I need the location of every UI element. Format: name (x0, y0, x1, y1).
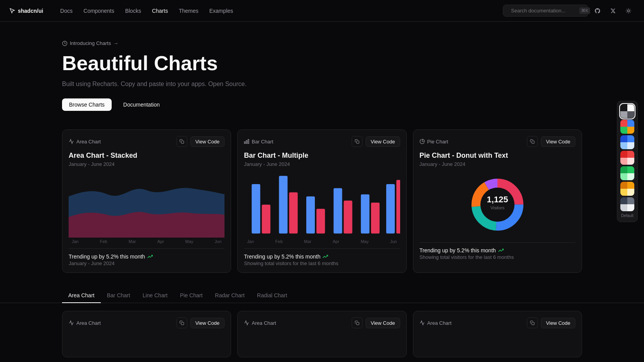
bar-chart-label-text: Bar Chart (252, 139, 273, 145)
search-kbd: ⌘K (579, 7, 590, 14)
bottom-chart-actions-1: View Code (176, 317, 225, 328)
bottom-copy-btn-3[interactable] (527, 317, 538, 328)
pie-chart-actions: View Code (527, 136, 575, 147)
nav-themes[interactable]: Themes (174, 5, 203, 16)
trend-up-icon (147, 254, 153, 259)
documentation-button[interactable]: Documentation (116, 98, 167, 111)
github-icon-btn[interactable] (591, 5, 604, 17)
tab-area-chart[interactable]: Area Chart (62, 288, 101, 303)
svg-rect-14 (334, 188, 342, 234)
theme-swatch-colorful[interactable] (620, 120, 634, 134)
theme-toggle-btn[interactable] (622, 5, 635, 17)
github-icon (594, 8, 601, 14)
svg-rect-4 (248, 140, 249, 144)
x-label-jun: Jun (215, 239, 222, 244)
search-input[interactable] (511, 8, 576, 14)
area-chart-title: Area Chart - Stacked (69, 152, 224, 160)
bar-chart-trend: Trending up by 5.2% this month (244, 253, 400, 260)
bottom-chart-label-2: Area Chart (244, 320, 276, 326)
theme-swatch-gray[interactable] (620, 197, 634, 211)
tab-bar-chart[interactable]: Bar Chart (101, 288, 136, 303)
bottom-chart-card-2: Area Chart View Code (237, 311, 406, 357)
nav-components[interactable]: Components (79, 5, 119, 16)
hero-badge-arrow: → (113, 40, 118, 46)
theme-swatch-red[interactable] (620, 151, 634, 165)
hero-subtitle: Built using Recharts. Copy and paste int… (62, 81, 582, 88)
x-label-feb: Feb (100, 239, 107, 244)
svg-point-27 (480, 188, 515, 222)
theme-swatch-blue[interactable] (620, 135, 634, 149)
trend-up-icon-2 (323, 254, 328, 259)
clock-icon (62, 41, 67, 46)
x-label-may: May (185, 239, 193, 244)
area-icon-2 (244, 320, 249, 326)
bottom-view-code-btn-1[interactable]: View Code (190, 318, 225, 328)
hero-section: Introducing Charts → Beautiful Charts Bu… (0, 22, 644, 123)
svg-rect-18 (386, 184, 395, 234)
area-chart-icon (69, 139, 74, 144)
theme-swatch-orange[interactable] (620, 182, 634, 196)
pie-chart-card: Pie Chart View Code Pie Chart - Donut wi… (413, 129, 582, 273)
area-chart-actions: View Code (176, 136, 225, 147)
bar-chart-range: Showing total visitors for the last 6 mo… (244, 260, 400, 266)
pie-chart-view-code-btn[interactable]: View Code (541, 136, 575, 147)
bottom-view-code-btn-3[interactable]: View Code (541, 318, 575, 328)
area-chart-view-code-btn[interactable]: View Code (190, 136, 225, 147)
pie-chart-footer: Trending up by 5.2% this month Showing t… (420, 242, 575, 260)
svg-rect-32 (532, 322, 535, 325)
browse-charts-button[interactable]: Browse Charts (62, 98, 112, 111)
svg-rect-5 (246, 141, 247, 144)
trend-up-icon-3 (498, 248, 504, 253)
area-icon-3 (420, 320, 425, 326)
nav-examples[interactable]: Examples (205, 5, 238, 16)
navbar: shadcn/ui Docs Components Blocks Charts … (0, 0, 644, 22)
hero-badge: Introducing Charts → (62, 40, 118, 46)
bottom-chart-actions-3: View Code (527, 317, 575, 328)
bar-chart-label: Bar Chart (244, 139, 273, 145)
copy-icon-b1 (180, 321, 184, 325)
twitter-icon-btn[interactable] (607, 5, 619, 17)
bar-chart-period: January - June 2024 (244, 161, 400, 167)
bottom-charts: Area Chart View Code Area Chart (0, 303, 644, 362)
theme-swatch-green[interactable] (620, 166, 634, 180)
svg-rect-13 (316, 209, 325, 234)
bottom-chart-label-3: Area Chart (420, 320, 452, 326)
bottom-chart-header-1: Area Chart View Code (69, 317, 224, 328)
x-label-jan: Jan (72, 239, 79, 244)
svg-rect-9 (262, 205, 271, 233)
bar-chart-visual (244, 172, 400, 238)
bottom-chart-header-3: Area Chart View Code (420, 317, 575, 328)
bar-chart-view-code-btn[interactable]: View Code (366, 136, 400, 147)
pie-chart-label: Pie Chart (420, 139, 448, 145)
nav-docs[interactable]: Docs (55, 5, 77, 16)
nav-right: ⌘K (503, 5, 635, 17)
nav-links: Docs Components Blocks Charts Themes Exa… (55, 5, 503, 16)
svg-text:1,125: 1,125 (487, 195, 508, 204)
bottom-view-code-btn-2[interactable]: View Code (366, 318, 400, 328)
pie-chart-copy-btn[interactable] (527, 136, 538, 147)
tab-radial-chart[interactable]: Radial Chart (251, 288, 294, 303)
theme-swatch-default[interactable] (620, 104, 634, 118)
tab-pie-chart[interactable]: Pie Chart (174, 288, 209, 303)
svg-rect-16 (361, 195, 369, 234)
nav-charts[interactable]: Charts (147, 5, 173, 16)
bottom-copy-btn-1[interactable] (176, 317, 187, 328)
copy-icon (180, 139, 184, 144)
area-chart-period: January - June 2024 (69, 161, 224, 167)
logo-text: shadcn/ui (18, 8, 43, 14)
moon-icon (625, 8, 632, 14)
bottom-copy-btn-2[interactable] (352, 317, 363, 328)
pie-chart-header: Pie Chart View Code (420, 136, 575, 147)
search-box[interactable]: ⌘K (503, 5, 588, 17)
logo[interactable]: shadcn/ui (9, 8, 43, 14)
pie-chart-icon (420, 139, 425, 144)
bottom-chart-label-text-2: Area Chart (252, 320, 276, 326)
nav-blocks[interactable]: Blocks (121, 5, 146, 16)
x-label-apr: Apr (157, 239, 164, 244)
bar-chart-header: Bar Chart View Code (244, 136, 400, 147)
bar-chart-copy-btn[interactable] (352, 136, 363, 147)
bottom-chart-actions-2: View Code (352, 317, 400, 328)
tab-radar-chart[interactable]: Radar Chart (209, 288, 251, 303)
area-chart-copy-btn[interactable] (176, 136, 187, 147)
tab-line-chart[interactable]: Line Chart (136, 288, 174, 303)
